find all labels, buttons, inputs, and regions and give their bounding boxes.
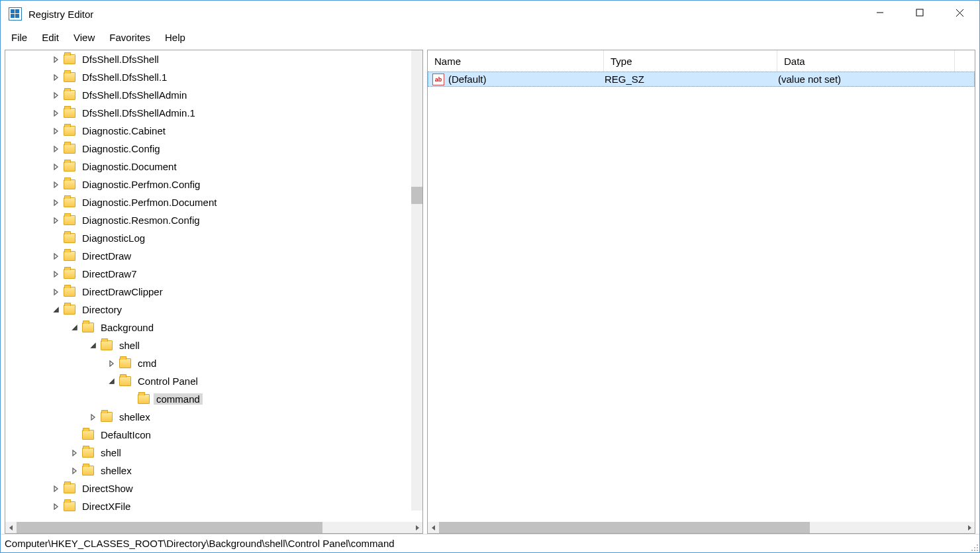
column-header-data[interactable]: Data — [777, 50, 955, 72]
chevron-right-icon[interactable] — [52, 91, 61, 100]
tree-node[interactable]: Diagnostic.Perfmon.Config — [19, 176, 422, 193]
values-horizontal-scrollbar[interactable] — [428, 522, 975, 533]
chevron-right-icon[interactable] — [52, 252, 61, 261]
tree-node[interactable]: DfsShell.DfsShell — [19, 50, 422, 68]
folder-icon — [101, 412, 113, 422]
menu-edit[interactable]: Edit — [35, 29, 66, 46]
scroll-left-icon[interactable] — [5, 522, 17, 533]
tree-node[interactable]: DfsShell.DfsShellAdmin — [19, 86, 422, 104]
minimize-button[interactable] — [860, 1, 900, 27]
tree-node[interactable]: DfsShell.DfsShell.1 — [19, 68, 422, 86]
tree-node[interactable]: DfsShell.DfsShellAdmin.1 — [19, 104, 422, 122]
tree-node-label: cmd — [135, 358, 159, 369]
tree-node[interactable]: Diagnostic.Config — [19, 140, 422, 158]
chevron-right-icon[interactable] — [52, 144, 61, 154]
menu-file[interactable]: File — [5, 29, 34, 46]
tree-node[interactable]: Background — [19, 319, 422, 336]
column-header-name[interactable]: Name — [428, 50, 604, 72]
tree-node-label: Diagnostic.Resmon.Config — [79, 215, 203, 226]
menu-help[interactable]: Help — [158, 29, 192, 46]
titlebar[interactable]: Registry Editor — [1, 1, 979, 27]
chevron-right-icon[interactable] — [52, 270, 61, 279]
tree-node[interactable]: cmd — [19, 354, 422, 372]
app-icon — [9, 7, 22, 21]
chevron-right-icon[interactable] — [52, 73, 61, 82]
chevron-right-icon[interactable] — [70, 448, 79, 458]
tree-node-label: Diagnostic.Document — [79, 161, 179, 172]
tree-node[interactable]: Diagnostic.Resmon.Config — [19, 211, 422, 229]
tree-node[interactable]: DirectDraw7 — [19, 265, 422, 283]
tree-vertical-scroll-thumb[interactable] — [411, 187, 422, 204]
chevron-right-icon[interactable] — [70, 466, 79, 476]
folder-icon — [64, 269, 75, 279]
tree-node[interactable]: shell — [19, 336, 422, 354]
folder-icon — [82, 430, 94, 440]
chevron-right-icon[interactable] — [52, 198, 61, 207]
tree-node-label: Diagnostic.Cabinet — [79, 125, 168, 136]
tree-vertical-scrollbar[interactable] — [411, 50, 422, 511]
values-list[interactable]: ab(Default)REG_SZ(value not set) — [428, 72, 975, 522]
registry-tree[interactable]: DfsShell.DfsShellDfsShell.DfsShell.1DfsS… — [5, 50, 422, 522]
chevron-right-icon[interactable] — [52, 126, 61, 136]
tree-node[interactable]: Diagnostic.Document — [19, 158, 422, 176]
maximize-button[interactable] — [900, 1, 940, 27]
tree-node-label: command — [154, 393, 203, 405]
svg-rect-1 — [916, 9, 923, 16]
chevron-down-icon[interactable] — [52, 305, 61, 315]
folder-icon — [82, 466, 94, 476]
tree-node[interactable]: Diagnostic.Cabinet — [19, 122, 422, 140]
tree-node[interactable]: DirectXFile — [19, 497, 422, 515]
tree-node[interactable]: shell — [19, 444, 422, 462]
chevron-down-icon[interactable] — [89, 341, 98, 350]
main-area: DfsShell.DfsShellDfsShell.DfsShell.1DfsS… — [1, 48, 979, 534]
tree-node[interactable]: DirectDrawClipper — [19, 283, 422, 301]
value-row[interactable]: ab(Default)REG_SZ(value not set) — [428, 72, 975, 87]
chevron-down-icon[interactable] — [70, 323, 79, 332]
menu-favorites[interactable]: Favorites — [103, 29, 157, 46]
chevron-down-icon[interactable] — [107, 377, 117, 386]
chevron-right-icon[interactable] — [52, 287, 61, 297]
values-horizontal-scroll-thumb[interactable] — [439, 522, 810, 533]
close-icon — [956, 9, 964, 17]
folder-icon — [64, 126, 75, 136]
menu-view[interactable]: View — [67, 29, 101, 46]
tree-node-label: DfsShell.DfsShellAdmin.1 — [79, 107, 198, 119]
scroll-left-icon[interactable] — [428, 522, 439, 533]
tree-node-label: shellex — [117, 411, 153, 423]
chevron-right-icon[interactable] — [52, 162, 61, 172]
tree-horizontal-scroll-thumb[interactable] — [17, 522, 322, 533]
scroll-right-icon[interactable] — [963, 522, 975, 533]
tree-node[interactable]: DirectShow — [19, 479, 422, 497]
tree-node[interactable]: Directory — [19, 301, 422, 319]
no-expander — [126, 395, 135, 404]
close-button[interactable] — [940, 1, 979, 27]
tree-node[interactable]: Diagnostic.Perfmon.Document — [19, 193, 422, 211]
tree-pane: DfsShell.DfsShellDfsShell.DfsShell.1DfsS… — [5, 50, 423, 534]
chevron-right-icon[interactable] — [52, 109, 61, 118]
folder-icon — [64, 108, 75, 118]
tree-node[interactable]: command — [19, 390, 422, 408]
chevron-right-icon[interactable] — [52, 502, 61, 511]
column-header-type[interactable]: Type — [604, 50, 777, 72]
chevron-right-icon[interactable] — [52, 484, 61, 493]
tree-node-label: DirectDraw — [79, 250, 134, 262]
tree-node[interactable]: DirectDraw — [19, 247, 422, 265]
tree-node[interactable]: Control Panel — [19, 372, 422, 390]
resize-grip[interactable] — [970, 543, 978, 551]
tree-node-label: Directory — [79, 304, 124, 315]
tree-horizontal-scrollbar[interactable] — [5, 522, 422, 533]
scroll-right-icon[interactable] — [411, 522, 422, 533]
tree-node[interactable]: DefaultIcon — [19, 426, 422, 444]
tree-node[interactable]: DiagnosticLog — [19, 229, 422, 247]
folder-icon — [64, 501, 75, 511]
tree-node-label: Background — [98, 322, 156, 333]
tree-node[interactable]: shellex — [19, 408, 422, 426]
chevron-right-icon[interactable] — [52, 180, 61, 189]
chevron-right-icon[interactable] — [107, 359, 117, 368]
chevron-right-icon[interactable] — [52, 216, 61, 225]
tree-node[interactable]: shellex — [19, 462, 422, 479]
chevron-right-icon[interactable] — [52, 55, 61, 64]
tree-node-label: DfsShell.DfsShellAdmin — [79, 89, 189, 101]
values-header[interactable]: Name Type Data — [428, 50, 975, 72]
chevron-right-icon[interactable] — [89, 413, 98, 422]
